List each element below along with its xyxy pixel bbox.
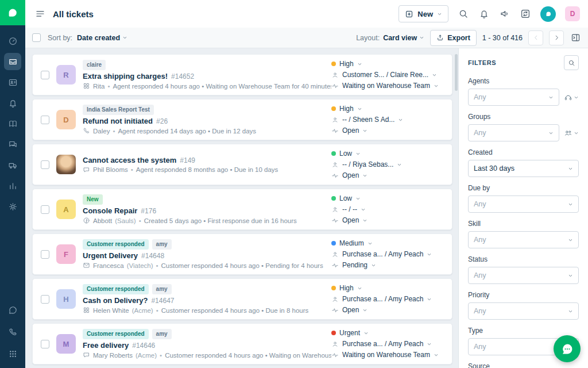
- assignment-dropdown[interactable]: Purchase a... / Amy Peach: [331, 250, 444, 258]
- filter-label-skill: Skill: [468, 220, 579, 228]
- ticket-title[interactable]: Cash on Delivery?: [83, 296, 148, 305]
- status-dropdown[interactable]: Open: [331, 126, 444, 135]
- freshdesk-logo[interactable]: [0, 0, 25, 25]
- nav-tickets-icon[interactable]: [4, 53, 21, 70]
- assignment-dropdown[interactable]: -- / --: [331, 205, 444, 213]
- nav-dashboard-icon[interactable]: [4, 32, 21, 49]
- status-dropdown[interactable]: Open: [331, 306, 444, 314]
- whats-new-icon[interactable]: [520, 8, 531, 20]
- export-button[interactable]: Export: [430, 30, 477, 46]
- top-bar: All tickets New D: [25, 0, 588, 28]
- ticket-tag: amy: [152, 329, 172, 339]
- prev-page-button[interactable]: [528, 30, 543, 45]
- priority-dot: [331, 286, 336, 290]
- priority-dropdown[interactable]: Low: [331, 150, 444, 158]
- nav-items: [4, 32, 21, 215]
- ticket-title[interactable]: Console Repair: [83, 206, 137, 215]
- user-avatar[interactable]: D: [565, 6, 580, 21]
- priority-dropdown[interactable]: High: [331, 284, 444, 292]
- headset-icon[interactable]: [564, 93, 579, 102]
- ticket-card[interactable]: Cannot access the system#149Phil Blooms•…: [32, 144, 452, 185]
- priority-dropdown[interactable]: Urgent: [331, 329, 444, 337]
- filter-label-due-by: Due by: [468, 184, 579, 192]
- filter-select-created[interactable]: Last 30 days: [468, 160, 579, 177]
- people-icon[interactable]: [564, 129, 579, 137]
- filters-panel: FILTERS AgentsAnyGroupsAnyCreatedLast 30…: [458, 48, 588, 368]
- ticket-card[interactable]: HCustomer respondedamyCash on Delivery?#…: [32, 278, 452, 320]
- nav-analytics-icon[interactable]: [4, 177, 21, 194]
- filter-select-status[interactable]: Any: [468, 267, 579, 284]
- chat-widget-button[interactable]: [554, 335, 581, 362]
- new-ticket-button[interactable]: New: [399, 5, 448, 22]
- ticket-checkbox[interactable]: [41, 71, 49, 79]
- freshworks-switcher-icon[interactable]: [540, 6, 556, 22]
- notifications-bell-icon[interactable]: [478, 8, 490, 20]
- pagination-range: 1 - 30 of 416: [482, 34, 523, 42]
- ticket-card[interactable]: MCustomer respondedamyFree delivery#1464…: [32, 323, 452, 365]
- assignment-dropdown[interactable]: Purchase a... / Amy Peach: [331, 340, 444, 348]
- nav-freshchat-icon[interactable]: [4, 301, 21, 319]
- nav-forums-icon[interactable]: [4, 136, 21, 153]
- ticket-checkbox[interactable]: [41, 340, 49, 348]
- ticket-title[interactable]: Refund not initiated: [83, 117, 153, 125]
- filter-select-due-by[interactable]: Any: [468, 195, 579, 213]
- ticket-meta: Phil Blooms•Agent responded 8 months ago…: [83, 166, 331, 174]
- nav-field-service-icon[interactable]: [4, 156, 21, 174]
- ticket-checkbox[interactable]: [41, 160, 49, 169]
- priority-dropdown[interactable]: Low: [331, 194, 444, 202]
- ticket-id: #14652: [171, 72, 194, 80]
- status-pulse-icon: [331, 127, 339, 135]
- priority-dropdown[interactable]: High: [331, 105, 444, 113]
- status-dropdown[interactable]: Waiting on Warehouse Team: [331, 351, 444, 359]
- status-dropdown[interactable]: Open: [331, 171, 444, 179]
- nav-phone-icon[interactable]: [4, 323, 21, 340]
- ticket-card[interactable]: DIndia Sales Report TestRefund not initi…: [32, 99, 452, 140]
- ticket-title[interactable]: Extra shipping charges!: [83, 72, 168, 80]
- select-all-checkbox[interactable]: [32, 33, 41, 42]
- ticket-tag: New: [83, 194, 103, 205]
- nav-social-icon[interactable]: [4, 94, 21, 112]
- layout-dropdown[interactable]: Card view: [383, 34, 424, 42]
- status-dropdown[interactable]: Open: [331, 216, 444, 224]
- filter-label-status: Status: [468, 255, 579, 263]
- ticket-checkbox[interactable]: [41, 205, 49, 214]
- ticket-id: #176: [141, 207, 156, 215]
- ticket-views-toggle-icon[interactable]: [33, 7, 47, 21]
- status-dropdown[interactable]: Waiting on Warehouse Team: [331, 82, 444, 90]
- scrollbar[interactable]: [455, 54, 458, 91]
- ticket-checkbox[interactable]: [41, 295, 49, 304]
- ticket-card[interactable]: RclaireExtra shipping charges!#14652Rita…: [32, 54, 452, 95]
- priority-dropdown[interactable]: High: [331, 60, 444, 68]
- ticket-title[interactable]: Cannot access the system: [83, 156, 176, 164]
- filter-select-skill[interactable]: Any: [468, 231, 579, 248]
- sort-dropdown[interactable]: Date created: [77, 34, 127, 42]
- ticket-card[interactable]: ANewConsole Repair#176Abbott(Sauls)•Crea…: [32, 189, 452, 230]
- person-icon: [331, 161, 339, 168]
- assignment-dropdown[interactable]: -- / Riya Sebas...: [331, 160, 444, 168]
- filter-select-groups[interactable]: Any: [468, 124, 559, 141]
- priority-dropdown[interactable]: Medium: [331, 239, 444, 247]
- status-dropdown[interactable]: Pending: [331, 261, 444, 269]
- ticket-title[interactable]: Free delivery: [83, 341, 129, 350]
- filter-label-type: Type: [468, 327, 579, 335]
- filter-search-button[interactable]: [564, 55, 579, 70]
- person-icon: [331, 340, 339, 348]
- nav-contacts-icon[interactable]: [4, 74, 21, 91]
- announcements-icon[interactable]: [499, 8, 510, 20]
- assignment-dropdown[interactable]: Purchase a... / Amy Peach: [331, 295, 444, 303]
- ticket-card[interactable]: FCustomer respondedamyUrgent Delivery#14…: [32, 233, 452, 275]
- expand-panel-icon[interactable]: [570, 32, 581, 44]
- next-page-button[interactable]: [549, 30, 564, 45]
- filter-select-priority[interactable]: Any: [468, 302, 579, 320]
- assignment-dropdown[interactable]: -- / Sheen S Ad...: [331, 116, 444, 124]
- nav-solutions-icon[interactable]: [4, 115, 21, 132]
- nav-apps-icon[interactable]: [4, 345, 21, 362]
- ticket-checkbox[interactable]: [41, 250, 49, 259]
- ticket-tag: Customer responded: [83, 239, 149, 250]
- assignment-dropdown[interactable]: Customer S... / Claire Ree...: [331, 71, 444, 79]
- nav-admin-icon[interactable]: [4, 198, 21, 215]
- ticket-checkbox[interactable]: [41, 116, 49, 124]
- filter-select-agents[interactable]: Any: [468, 89, 559, 106]
- ticket-title[interactable]: Urgent Delivery: [83, 251, 138, 260]
- search-icon[interactable]: [458, 8, 469, 20]
